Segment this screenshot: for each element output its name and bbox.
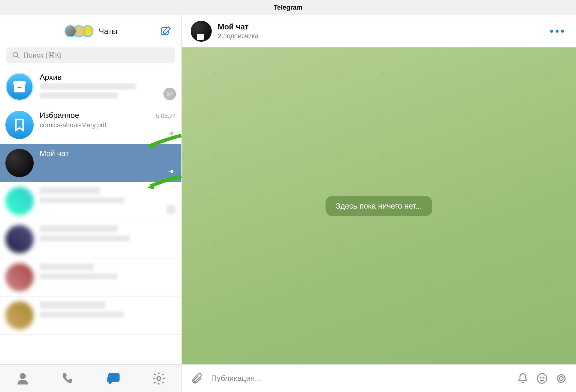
sidebar-tabs: [0, 364, 181, 392]
chat-header[interactable]: Мой чат 2 подписчика: [182, 15, 576, 47]
svg-point-5: [157, 377, 161, 380]
sidebar-title: Чаты: [99, 27, 117, 36]
message-input[interactable]: [211, 374, 509, 383]
sidebar-header: Чаты: [0, 15, 181, 47]
chat-header-subtitle: 2 подписчика: [218, 32, 259, 40]
chat-background: Здесь пока ничего нет...: [182, 47, 576, 364]
chat-item-archive[interactable]: Архив 54: [0, 68, 181, 106]
tab-contacts[interactable]: [14, 369, 32, 387]
emoji-button[interactable]: [536, 373, 548, 384]
search-placeholder: Поиск (⌘К): [23, 51, 62, 59]
saved-icon: [5, 111, 34, 139]
svg-rect-9: [557, 375, 565, 382]
more-icon: [550, 30, 564, 33]
svg-point-7: [540, 377, 541, 378]
svg-point-1: [13, 52, 17, 57]
tab-calls[interactable]: [59, 369, 77, 387]
empty-state-label: Здесь пока ничего нет...: [326, 196, 432, 216]
saved-title: Избранное: [40, 111, 79, 120]
search-input[interactable]: Поиск (⌘К): [6, 47, 175, 63]
archive-icon: [5, 73, 34, 101]
folder-avatars[interactable]: [65, 25, 93, 37]
compose-button[interactable]: [159, 24, 173, 38]
saved-time: 5.05.24: [156, 113, 176, 119]
tab-chats[interactable]: [105, 369, 123, 387]
svg-point-6: [537, 374, 547, 383]
archive-title: Архив: [40, 73, 62, 82]
main-pane: Мой чат 2 подписчика Здесь пока ничего н…: [182, 15, 576, 392]
chat-item-blurred[interactable]: [0, 258, 181, 297]
pin-icon: [168, 131, 175, 139]
mychat-title: Мой чат: [40, 149, 69, 158]
message-input-bar: [182, 364, 576, 392]
notifications-button[interactable]: [517, 373, 529, 384]
chat-header-title: Мой чат: [218, 22, 259, 32]
mychat-avatar: [5, 149, 34, 177]
chat-list: Архив 54 Избранное 5.05.24 comics-about-…: [0, 68, 181, 364]
more-button[interactable]: [547, 27, 567, 36]
svg-point-8: [543, 377, 544, 378]
chat-header-avatar: [191, 21, 212, 42]
saved-preview: comics-about-Mary.pdf: [40, 121, 176, 129]
chat-item-mychat[interactable]: Мой чат: [0, 144, 181, 182]
pin-icon: [168, 169, 175, 177]
svg-point-4: [20, 373, 26, 379]
attach-button[interactable]: [191, 372, 203, 384]
archive-badge: 54: [163, 88, 176, 100]
sidebar: Чаты Поиск (⌘К) Архив: [0, 15, 182, 392]
search-icon: [12, 51, 20, 59]
chat-item-blurred[interactable]: [0, 182, 181, 220]
window-title: Telegram: [0, 0, 576, 15]
svg-point-10: [559, 376, 563, 380]
record-button[interactable]: [556, 373, 567, 384]
chat-item-blurred[interactable]: [0, 220, 181, 258]
chat-item-saved[interactable]: Избранное 5.05.24 comics-about-Mary.pdf: [0, 106, 181, 144]
chat-item-blurred[interactable]: [0, 297, 181, 335]
tab-settings[interactable]: [150, 369, 168, 387]
